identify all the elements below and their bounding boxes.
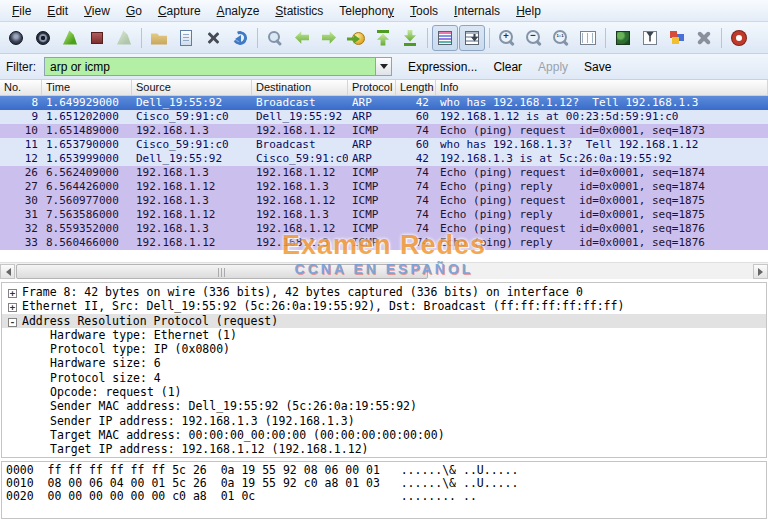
menu-view[interactable]: View [76, 1, 118, 21]
zoom-out-button[interactable] [521, 25, 547, 51]
cell-length: 74 [396, 194, 436, 208]
column-header-source[interactable]: Source [132, 80, 252, 95]
close-icon [204, 29, 222, 47]
horizontal-scrollbar[interactable] [0, 262, 768, 279]
packet-row-26[interactable]: 266.562409000192.168.1.3192.168.1.12ICMP… [0, 166, 768, 180]
scroll-right-button[interactable] [753, 264, 768, 279]
detail-line[interactable]: +Ethernet II, Src: Dell_19:55:92 (5c:26:… [2, 299, 766, 313]
filter-input[interactable] [44, 57, 376, 76]
detail-text: Protocol size: 4 [50, 371, 161, 385]
detail-text: Hardware type: Ethernet (1) [50, 328, 237, 342]
preferences-button[interactable] [691, 25, 717, 51]
filter-clear-button[interactable]: Clear [487, 58, 528, 76]
scrollbar-thumb[interactable] [16, 264, 428, 279]
column-header-length[interactable]: Length [396, 80, 436, 95]
menu-capture[interactable]: Capture [150, 1, 209, 21]
packet-row-12[interactable]: 121.653999000Dell_19:55:92Cisco_59:91:c0… [0, 152, 768, 166]
reload-button[interactable] [227, 25, 253, 51]
packet-row-30[interactable]: 307.560977000192.168.1.3192.168.1.12ICMP… [0, 194, 768, 208]
column-header-protocol[interactable]: Protocol [348, 80, 396, 95]
detail-line[interactable]: Opcode: request (1) [2, 385, 766, 399]
menu-tools[interactable]: Tools [402, 1, 446, 21]
expand-icon[interactable]: + [8, 289, 17, 298]
top-button[interactable] [370, 25, 396, 51]
detail-line[interactable]: Protocol size: 4 [2, 371, 766, 385]
packet-row-31[interactable]: 317.563586000192.168.1.12192.168.1.3ICMP… [0, 208, 768, 222]
options-button[interactable] [30, 25, 56, 51]
column-header-info[interactable]: Info [436, 80, 768, 95]
autoscroll-button[interactable] [459, 25, 485, 51]
zoom-in-button[interactable] [494, 25, 520, 51]
save-icon [177, 29, 195, 47]
zoom-100-button[interactable] [548, 25, 574, 51]
bottom-button[interactable] [397, 25, 423, 51]
detail-line[interactable]: Target IP address: 192.168.1.12 (192.168… [2, 442, 766, 456]
filter-expression-button[interactable]: Expression... [402, 58, 483, 76]
menu-help[interactable]: Help [508, 1, 549, 21]
packet-row-11[interactable]: 111.653790000Cisco_59:91:c0BroadcastARP6… [0, 138, 768, 152]
menu-go[interactable]: Go [118, 1, 150, 21]
packet-row-33[interactable]: 338.560466000192.168.1.12192.168.1.3ICMP… [0, 236, 768, 250]
detail-line[interactable]: Hardware type: Ethernet (1) [2, 328, 766, 342]
save-button[interactable] [173, 25, 199, 51]
detail-line[interactable]: Hardware size: 6 [2, 356, 766, 370]
interfaces-button[interactable] [3, 25, 29, 51]
cell-destination: Broadcast [252, 138, 348, 152]
forward-button[interactable] [316, 25, 342, 51]
open-button[interactable] [146, 25, 172, 51]
packet-row-10[interactable]: 101.651489000192.168.1.3192.168.1.12ICMP… [0, 124, 768, 138]
packet-row-27[interactable]: 276.564426000192.168.1.12192.168.1.3ICMP… [0, 180, 768, 194]
filter-buttons: Expression...ClearApplySave [402, 58, 617, 76]
detail-text: Sender IP address: 192.168.1.3 (192.168.… [50, 414, 355, 428]
start-button[interactable] [57, 25, 83, 51]
detail-line[interactable]: -Address Resolution Protocol (request) [2, 314, 766, 328]
goto-button[interactable] [343, 25, 369, 51]
expand-icon[interactable]: + [8, 303, 17, 312]
menu-internals[interactable]: Internals [446, 1, 508, 21]
cell-info: who has 192.168.1.3? Tell 192.168.1.12 [436, 138, 768, 152]
hex-line[interactable]: 0020 00 00 00 00 00 00 c0 a8 01 0c .....… [6, 490, 766, 503]
cell-destination: 192.168.1.12 [252, 124, 348, 138]
cell-time: 7.560977000 [42, 194, 132, 208]
cell-info: who has 192.168.1.12? Tell 192.168.1.3 [436, 96, 768, 110]
cell-info: 192.168.1.3 is at 5c:26:0a:19:55:92 [436, 152, 768, 166]
cell-info: Echo (ping) reply id=0x0001, seq=1874 [436, 180, 768, 194]
detail-line[interactable]: Sender IP address: 192.168.1.3 (192.168.… [2, 414, 766, 428]
packet-row-32[interactable]: 328.559352000192.168.1.3192.168.1.12ICMP… [0, 222, 768, 236]
collapse-icon[interactable]: - [8, 318, 17, 327]
detail-line[interactable]: Sender MAC address: Dell_19:55:92 (5c:26… [2, 399, 766, 413]
menu-telephony[interactable]: Telephony [331, 1, 402, 21]
column-header-destination[interactable]: Destination [252, 80, 348, 95]
restart-button[interactable] [111, 25, 137, 51]
display-filters-button[interactable] [637, 25, 663, 51]
detail-line[interactable]: Protocol type: IP (0x0800) [2, 342, 766, 356]
packet-row-8[interactable]: 81.649929000Dell_19:55:92BroadcastARP42w… [0, 96, 768, 110]
cell-no: 10 [0, 124, 42, 138]
coloring-rules-button[interactable] [664, 25, 690, 51]
filter-dropdown-button[interactable] [376, 57, 392, 76]
stop-button[interactable] [84, 25, 110, 51]
menu-statistics[interactable]: Statistics [267, 1, 331, 21]
colorize-button[interactable] [432, 25, 458, 51]
detail-line[interactable]: +Frame 8: 42 bytes on wire (336 bits), 4… [2, 285, 766, 299]
filter-apply-button[interactable]: Apply [532, 58, 574, 76]
zoom-100-icon [552, 29, 570, 47]
close-button[interactable] [200, 25, 226, 51]
resize-button[interactable] [575, 25, 601, 51]
help-button[interactable] [726, 25, 752, 51]
cell-source: 192.168.1.12 [132, 236, 252, 250]
back-button[interactable] [289, 25, 315, 51]
filter-save-button[interactable]: Save [578, 58, 617, 76]
menu-analyze[interactable]: Analyze [209, 1, 268, 21]
detail-line[interactable]: Target MAC address: 00:00:00_00:00:00 (0… [2, 428, 766, 442]
column-header-time[interactable]: Time [42, 80, 132, 95]
find-button[interactable] [262, 25, 288, 51]
menu-file[interactable]: File [4, 1, 39, 21]
column-header-no[interactable]: No. [0, 80, 42, 95]
cell-length: 74 [396, 166, 436, 180]
menu-edit[interactable]: Edit [39, 1, 76, 21]
cell-destination: 192.168.1.12 [252, 166, 348, 180]
capture-filters-button[interactable] [610, 25, 636, 51]
packet-row-9[interactable]: 91.651202000Cisco_59:91:c0Dell_19:55:92A… [0, 110, 768, 124]
scroll-left-button[interactable] [0, 264, 15, 279]
